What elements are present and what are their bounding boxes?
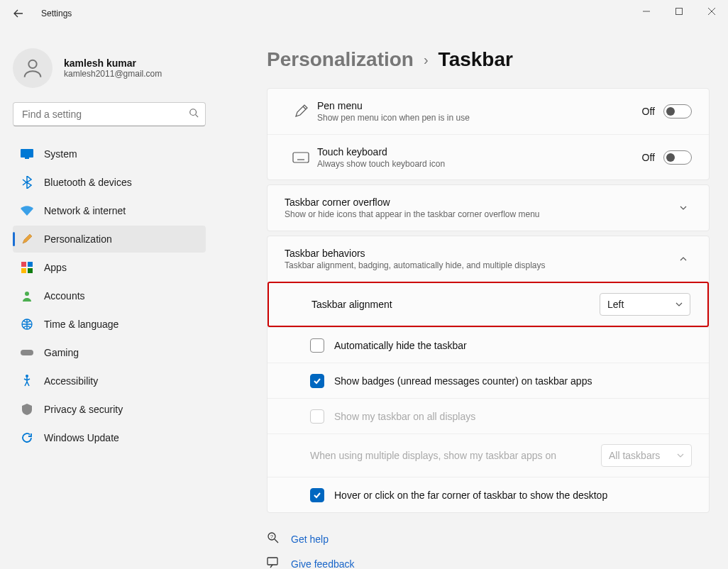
nav-gaming[interactable]: Gaming: [13, 339, 206, 366]
app-title: Settings: [41, 9, 72, 18]
gaming-icon: [20, 346, 34, 360]
nav-bluetooth[interactable]: Bluetooth & devices: [13, 169, 206, 196]
dropdown-value: Left: [607, 299, 624, 310]
nav-personalization[interactable]: Personalization: [13, 226, 206, 253]
svg-text:?: ?: [270, 534, 273, 539]
setting-label: Hover or click on the far corner of task…: [334, 490, 607, 501]
pen-menu-row: Pen menu Show pen menu icon when pen is …: [268, 89, 709, 134]
nav-privacy[interactable]: Privacy & security: [13, 396, 206, 423]
nav-label: Personalization: [44, 233, 112, 245]
user-name: kamlesh kumar: [64, 57, 162, 69]
search-icon: [189, 108, 199, 121]
search-wrap: [13, 102, 206, 126]
get-help-link[interactable]: ? Get help: [267, 531, 710, 546]
setting-label: Show my taskbar on all displays: [334, 411, 475, 422]
nav-apps[interactable]: Apps: [13, 254, 206, 281]
minimize-button[interactable]: [630, 0, 663, 23]
back-button[interactable]: [13, 8, 41, 19]
accessibility-icon: [20, 374, 34, 388]
all-displays-row: Show my taskbar on all displays: [268, 398, 709, 433]
chevron-down-icon: [675, 204, 692, 212]
auto-hide-row[interactable]: Automatically hide the taskbar: [268, 327, 709, 363]
toggle-state: Off: [642, 152, 655, 163]
display-icon: [20, 147, 34, 161]
nav-update[interactable]: Windows Update: [13, 424, 206, 451]
row-title: Pen menu: [317, 100, 642, 111]
svg-rect-12: [28, 268, 33, 273]
svg-point-5: [190, 109, 197, 116]
multi-display-row: When using multiple displays, show my ta…: [268, 433, 709, 477]
setting-label: When using multiple displays, show my ta…: [310, 450, 556, 461]
brush-icon: [20, 232, 34, 246]
taskbar-behaviors-header[interactable]: Taskbar behaviors Taskbar alignment, bad…: [268, 236, 709, 282]
close-button[interactable]: [695, 0, 728, 23]
svg-rect-9: [21, 262, 26, 267]
setting-label: Show badges (unread messages counter) on…: [334, 375, 592, 387]
chevron-right-icon: ›: [424, 52, 429, 68]
bluetooth-icon: [20, 175, 34, 189]
svg-point-13: [25, 292, 29, 296]
breadcrumb-parent[interactable]: Personalization: [267, 48, 414, 71]
link-text[interactable]: Give feedback: [291, 558, 355, 570]
row-title: Taskbar behaviors: [285, 248, 675, 259]
breadcrumb: Personalization › Taskbar: [267, 48, 710, 71]
nav-accounts[interactable]: Accounts: [13, 282, 206, 309]
nav-system[interactable]: System: [13, 140, 206, 167]
maximize-button[interactable]: [663, 0, 695, 23]
give-feedback-link[interactable]: Give feedback: [267, 556, 710, 569]
nav-label: Accessibility: [44, 375, 98, 387]
feedback-icon: [267, 556, 281, 569]
search-input[interactable]: [13, 102, 206, 126]
dropdown-value: All taskbars: [609, 450, 660, 461]
update-icon: [20, 431, 34, 445]
link-text[interactable]: Get help: [291, 534, 329, 545]
chevron-up-icon: [675, 255, 692, 263]
nav-network[interactable]: Network & internet: [13, 197, 206, 224]
svg-rect-10: [28, 262, 33, 267]
chevron-down-icon: [675, 301, 683, 308]
nav-accessibility[interactable]: Accessibility: [13, 368, 206, 394]
pen-menu-toggle[interactable]: [663, 104, 692, 118]
all-displays-checkbox: [310, 409, 324, 424]
svg-line-6: [196, 115, 199, 118]
toggle-state: Off: [642, 106, 655, 117]
show-badges-row[interactable]: Show badges (unread messages counter) on…: [268, 363, 709, 398]
main-content: Personalization › Taskbar Pen menu Show …: [213, 27, 728, 569]
svg-rect-8: [25, 158, 29, 159]
sidebar: kamlesh kumar kamlesh2011@gmail.com Syst…: [0, 27, 213, 569]
svg-rect-1: [676, 9, 683, 15]
row-title: Taskbar corner overflow: [285, 197, 675, 208]
touch-keyboard-toggle[interactable]: [663, 150, 692, 165]
nav-label: Time & language: [44, 319, 118, 330]
nav-label: Windows Update: [44, 432, 119, 443]
nav-time[interactable]: Time & language: [13, 311, 206, 338]
nav-label: Privacy & security: [44, 404, 123, 415]
taskbar-behaviors-card: Taskbar behaviors Taskbar alignment, bad…: [267, 236, 710, 513]
row-desc: Show or hide icons that appear in the ta…: [285, 209, 675, 219]
hover-corner-checkbox[interactable]: [310, 488, 324, 502]
nav-label: Network & internet: [44, 205, 126, 216]
keyboard-icon: [285, 152, 317, 163]
svg-rect-25: [268, 558, 277, 565]
auto-hide-checkbox[interactable]: [310, 338, 324, 353]
svg-rect-15: [21, 350, 33, 355]
setting-label: Taskbar alignment: [311, 299, 392, 310]
hover-corner-row[interactable]: Hover or click on the far corner of task…: [268, 477, 709, 512]
user-block[interactable]: kamlesh kumar kamlesh2011@gmail.com: [13, 48, 206, 88]
help-icon: ?: [267, 531, 281, 546]
apps-icon: [20, 260, 34, 275]
page-title: Taskbar: [439, 48, 513, 71]
show-badges-checkbox[interactable]: [310, 374, 324, 388]
row-desc: Show pen menu icon when pen is in use: [317, 113, 642, 123]
window-controls: [630, 0, 728, 23]
shield-icon: [20, 402, 34, 416]
taskbar-alignment-dropdown[interactable]: Left: [600, 293, 690, 316]
svg-rect-7: [21, 149, 33, 158]
corner-overflow-card[interactable]: Taskbar corner overflow Show or hide ico…: [267, 184, 710, 231]
nav-label: Bluetooth & devices: [44, 177, 132, 188]
row-title: Touch keyboard: [317, 146, 642, 158]
touch-keyboard-row: Touch keyboard Always show touch keyboar…: [268, 134, 709, 179]
chevron-down-icon: [677, 452, 684, 459]
svg-point-4: [28, 60, 36, 68]
svg-point-16: [26, 375, 28, 377]
